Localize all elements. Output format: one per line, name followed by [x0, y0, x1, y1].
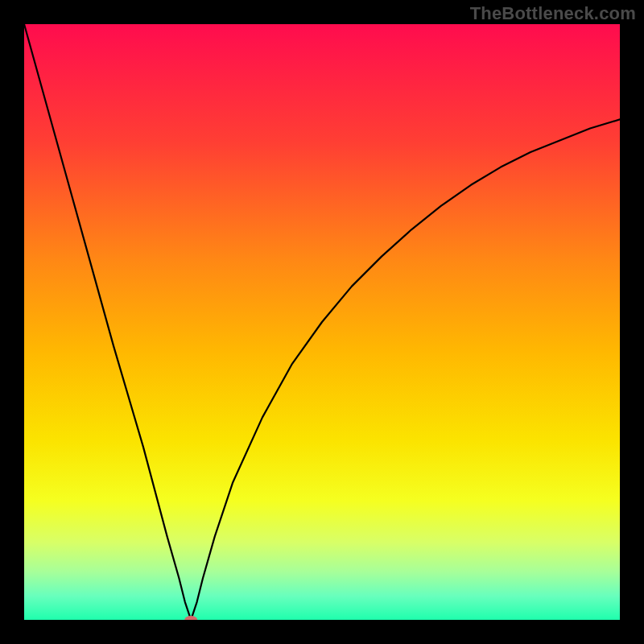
- watermark-text: TheBottleneck.com: [470, 3, 636, 24]
- chart-plot: [24, 24, 620, 620]
- chart-frame: TheBottleneck.com: [0, 0, 644, 644]
